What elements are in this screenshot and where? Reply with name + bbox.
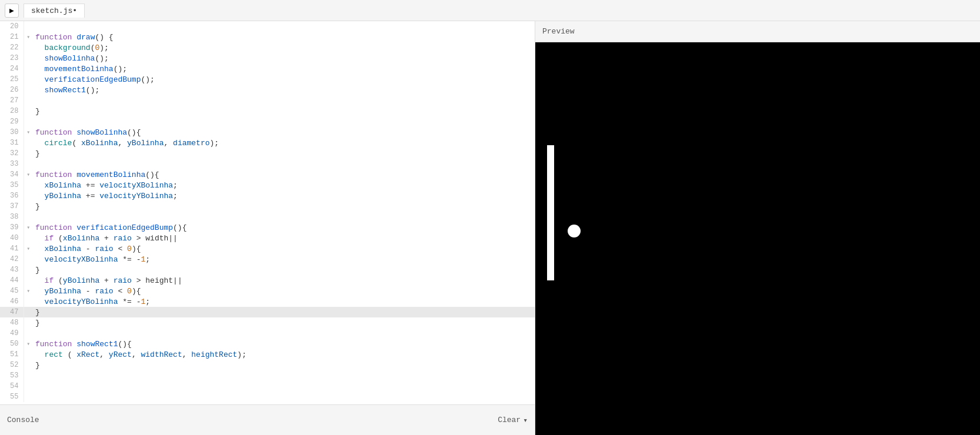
- file-tab-label: sketch.js•: [31, 6, 77, 15]
- line-number: 43: [0, 265, 24, 275]
- table-row: 30▾function showBolinha(){: [0, 127, 535, 138]
- fold-arrow[interactable]: [24, 95, 33, 106]
- code-line: function showBolinha(){: [33, 127, 535, 138]
- table-row: 27: [0, 95, 535, 106]
- code-line: function movementBolinha(){: [33, 169, 535, 180]
- table-row: 44 if (yBolinha + raio > height||: [0, 275, 535, 286]
- line-number: 22: [0, 42, 24, 53]
- preview-canvas: [535, 42, 980, 435]
- code-line: [33, 381, 535, 392]
- line-number: 45: [0, 286, 24, 296]
- table-row: 55: [0, 392, 535, 402]
- fold-arrow[interactable]: [24, 296, 33, 307]
- table-row: 48}: [0, 317, 535, 328]
- fold-arrow[interactable]: [24, 116, 33, 127]
- code-line: if (xBolinha + raio > width||: [33, 233, 535, 243]
- line-number: 51: [0, 349, 24, 360]
- fold-arrow[interactable]: [24, 106, 33, 116]
- top-bar: ▶ sketch.js•: [0, 0, 980, 21]
- table-row: 21▾function draw() {: [0, 32, 535, 42]
- line-number: 35: [0, 180, 24, 190]
- fold-arrow[interactable]: [24, 42, 33, 53]
- line-number: 44: [0, 275, 24, 286]
- fold-arrow[interactable]: ▾: [24, 286, 33, 296]
- fold-arrow[interactable]: [24, 265, 33, 275]
- code-line: movementBolinha();: [33, 63, 535, 74]
- table-row: 51 rect ( xRect, yRect, widthRect, heigh…: [0, 349, 535, 360]
- fold-arrow[interactable]: ▾: [24, 339, 33, 349]
- collapse-button[interactable]: ▶: [5, 4, 19, 18]
- line-number: 42: [0, 254, 24, 265]
- fold-arrow[interactable]: [24, 392, 33, 402]
- line-number: 39: [0, 222, 24, 233]
- fold-arrow[interactable]: [24, 138, 33, 148]
- line-number: 49: [0, 328, 24, 339]
- code-line: function verificationEdgedBump(){: [33, 222, 535, 233]
- fold-arrow[interactable]: ▾: [24, 243, 33, 254]
- code-line: background(0);: [33, 42, 535, 53]
- clear-label: Clear: [498, 416, 521, 424]
- line-number: 38: [0, 212, 24, 222]
- table-row: 43}: [0, 265, 535, 275]
- code-line: [33, 21, 535, 32]
- fold-arrow[interactable]: [24, 21, 33, 32]
- fold-arrow[interactable]: [24, 148, 33, 159]
- code-line: velocityXBolinha *= -1;: [33, 254, 535, 265]
- code-area[interactable]: 20 21▾function draw() {22 background(0);…: [0, 21, 535, 404]
- table-row: 23 showBolinha();: [0, 53, 535, 63]
- fold-arrow[interactable]: [24, 74, 33, 85]
- code-line: xBolinha += velocityXBolinha;: [33, 180, 535, 190]
- preview-panel: Preview: [535, 21, 980, 435]
- fold-arrow[interactable]: ▾: [24, 32, 33, 42]
- table-row: 24 movementBolinha();: [0, 63, 535, 74]
- table-row: 40 if (xBolinha + raio > width||: [0, 233, 535, 243]
- line-number: 20: [0, 21, 24, 32]
- code-line: yBolinha += velocityYBolinha;: [33, 190, 535, 201]
- fold-arrow[interactable]: [24, 370, 33, 381]
- preview-label: Preview: [535, 21, 980, 42]
- fold-arrow[interactable]: [24, 63, 33, 74]
- fold-arrow[interactable]: [24, 275, 33, 286]
- line-number: 31: [0, 138, 24, 148]
- fold-arrow[interactable]: [24, 328, 33, 339]
- file-tab[interactable]: sketch.js•: [24, 4, 85, 18]
- fold-arrow[interactable]: [24, 307, 33, 317]
- table-row: 25 verificationEdgedBump();: [0, 74, 535, 85]
- fold-arrow[interactable]: [24, 233, 33, 243]
- code-line: [33, 95, 535, 106]
- table-row: 22 background(0);: [0, 42, 535, 53]
- code-line: if (yBolinha + raio > height||: [33, 275, 535, 286]
- fold-arrow[interactable]: [24, 190, 33, 201]
- table-row: 38: [0, 212, 535, 222]
- line-number: 23: [0, 53, 24, 63]
- code-line: [33, 116, 535, 127]
- fold-arrow[interactable]: [24, 317, 33, 328]
- table-row: 35 xBolinha += velocityXBolinha;: [0, 180, 535, 190]
- fold-arrow[interactable]: [24, 349, 33, 360]
- paddle: [547, 145, 554, 280]
- fold-arrow[interactable]: [24, 381, 33, 392]
- table-row: 52}: [0, 360, 535, 370]
- fold-arrow[interactable]: [24, 360, 33, 370]
- table-row: 31 circle( xBolinha, yBolinha, diametro)…: [0, 138, 535, 148]
- fold-arrow[interactable]: ▾: [24, 169, 33, 180]
- clear-button[interactable]: Clear ▾: [498, 416, 528, 425]
- code-line: rect ( xRect, yRect, widthRect, heightRe…: [33, 349, 535, 360]
- code-line: circle( xBolinha, yBolinha, diametro);: [33, 138, 535, 148]
- line-number: 33: [0, 159, 24, 169]
- code-line: }: [33, 201, 535, 212]
- fold-arrow[interactable]: [24, 159, 33, 169]
- fold-arrow[interactable]: [24, 53, 33, 63]
- fold-arrow[interactable]: ▾: [24, 127, 33, 138]
- fold-arrow[interactable]: [24, 212, 33, 222]
- main-area: 20 21▾function draw() {22 background(0);…: [0, 21, 980, 435]
- fold-arrow[interactable]: [24, 85, 33, 95]
- collapse-icon: ▶: [9, 6, 14, 15]
- table-row: 29: [0, 116, 535, 127]
- code-line: yBolinha - raio < 0){: [33, 286, 535, 296]
- fold-arrow[interactable]: [24, 254, 33, 265]
- fold-arrow[interactable]: [24, 180, 33, 190]
- fold-arrow[interactable]: [24, 201, 33, 212]
- code-line: }: [33, 307, 535, 317]
- fold-arrow[interactable]: ▾: [24, 222, 33, 233]
